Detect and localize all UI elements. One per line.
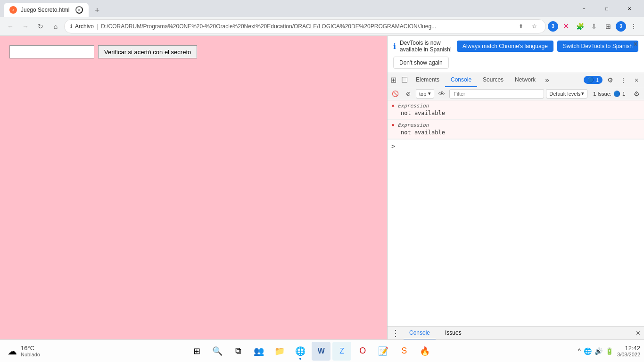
tab-close-button[interactable]: ×: [75, 6, 83, 14]
weather-desc: Nublado: [21, 352, 40, 357]
no-errors-button[interactable]: ⊘: [403, 88, 414, 99]
devtools-settings-button[interactable]: ⚙: [604, 74, 616, 86]
search-button[interactable]: 🔍: [208, 342, 227, 361]
issues-label: 1 Issue:: [593, 91, 611, 97]
sublime-button[interactable]: S: [395, 342, 413, 361]
weather-temp: 16°C: [21, 345, 40, 352]
main-area: Verificar si acertó con el secreto ℹ Dev…: [0, 36, 644, 339]
secret-input[interactable]: [9, 45, 94, 58]
explorer-button[interactable]: 📁: [270, 342, 289, 361]
ext-button-2[interactable]: 🧩: [573, 20, 586, 33]
share-button[interactable]: ⬆: [515, 21, 527, 32]
default-levels-button[interactable]: Default levels ▾: [546, 89, 587, 99]
issue-badge: 🔵 1: [584, 76, 603, 84]
bottom-tab-console[interactable]: Console: [404, 327, 436, 340]
devtools-notification: ℹ DevTools is now available in Spanish! …: [388, 36, 644, 73]
nav-extensions: 3 ✕ 🧩 ⇩ ⊞ 3 ⋮: [548, 20, 640, 33]
context-chevron-icon: ▾: [428, 90, 431, 97]
inspect-element-button[interactable]: ⊞: [388, 74, 399, 86]
tab-title: Juego Secreto.html: [21, 7, 72, 13]
opera-button[interactable]: O: [353, 342, 372, 361]
bottom-bar-menu-button[interactable]: ⋮: [391, 328, 400, 338]
zoom-button[interactable]: Z: [332, 342, 351, 361]
minimize-button[interactable]: −: [573, 0, 595, 17]
volume-icon[interactable]: 🔊: [594, 347, 603, 355]
page-content: Verificar si acertó con el secreto: [0, 36, 387, 339]
profile-icon: 3: [616, 21, 626, 32]
chrome-button[interactable]: 🌐: [291, 342, 310, 361]
chevron-up-icon[interactable]: ^: [578, 347, 581, 355]
close-button[interactable]: ✕: [619, 0, 640, 17]
notepad-button[interactable]: 📝: [374, 342, 393, 361]
address-bar[interactable]: ℹ Archivo | D:/CORADRUM/Programa%20ONE%2…: [64, 19, 546, 33]
devtools-toolbar: ⊞ ☐ Elements Console Sources Network » �: [388, 73, 644, 87]
window-controls: − □ ✕: [573, 0, 640, 17]
tab-sources[interactable]: Sources: [477, 73, 509, 87]
start-button[interactable]: ⊞: [187, 342, 206, 361]
bottom-bar-close-button[interactable]: ×: [636, 329, 640, 337]
address-scheme: Archivo: [75, 23, 94, 30]
clear-console-button[interactable]: 🚫: [389, 88, 401, 99]
tab-elements[interactable]: Elements: [410, 73, 445, 87]
dont-show-button[interactable]: Don't show again: [393, 57, 449, 69]
word-button[interactable]: W: [312, 342, 330, 361]
context-selector[interactable]: top ▾: [416, 89, 434, 99]
default-levels-chevron-icon: ▾: [581, 90, 584, 97]
more-tabs-button[interactable]: »: [541, 76, 553, 84]
device-toggle-button[interactable]: ☐: [399, 74, 410, 86]
notification-close-button[interactable]: ×: [631, 40, 640, 49]
taskbar-time[interactable]: 12:42 3/08/2022: [617, 345, 640, 357]
devtools-toolbar-right: 🔵 1 ⚙ ⋮ ×: [584, 74, 644, 86]
new-tab-button[interactable]: +: [91, 4, 104, 17]
eye-button[interactable]: 👁: [436, 88, 447, 99]
app-button[interactable]: 🔥: [415, 342, 434, 361]
expression-value-1: not available: [391, 109, 640, 117]
devtools-panel: ℹ DevTools is now available in Spanish! …: [387, 36, 644, 339]
bookmark-button[interactable]: ☆: [528, 21, 540, 32]
switch-devtools-button[interactable]: Switch DevTools to Spanish: [557, 41, 638, 52]
address-separator: |: [97, 23, 98, 30]
tab-favicon: J: [9, 6, 17, 14]
maximize-button[interactable]: □: [596, 0, 618, 17]
verify-button[interactable]: Verificar si acertó con el secreto: [98, 45, 197, 58]
back-button[interactable]: ←: [4, 20, 17, 33]
ext-icon-1: 3: [548, 21, 558, 32]
console-settings-button[interactable]: ⚙: [631, 88, 642, 99]
address-scheme-icon: ℹ: [70, 23, 72, 29]
taskbar-right: ^ 🌐 🔊 🔋 12:42 3/08/2022: [578, 345, 640, 357]
devtools-more-button[interactable]: ⋮: [618, 74, 629, 86]
notification-text: DevTools is now available in Spanish!: [400, 40, 453, 53]
forward-button[interactable]: →: [19, 20, 32, 33]
always-match-button[interactable]: Always match Chrome's language: [457, 41, 553, 52]
ext-button-4[interactable]: ⊞: [602, 20, 615, 33]
reload-button[interactable]: ↻: [34, 20, 47, 33]
weather-widget: ☁ 16°C Nublado: [4, 345, 44, 357]
console-prompt: >: [388, 139, 644, 153]
taskview-button[interactable]: ⧉: [229, 342, 248, 361]
browser-tab[interactable]: J Juego Secreto.html ×: [4, 3, 89, 17]
address-actions: ⬆ ☆: [515, 21, 540, 32]
battery-icon[interactable]: 🔋: [605, 347, 613, 355]
title-bar: J Juego Secreto.html × + − □ ✕: [0, 0, 644, 17]
bottom-tab-issues[interactable]: Issues: [439, 327, 467, 340]
taskbar-center: ⊞ 🔍 ⧉ 👥 📁 🌐 W Z O 📝 S 🔥: [44, 342, 578, 361]
menu-button[interactable]: ⋮: [627, 20, 640, 33]
expression-error-icon-2: ✕: [391, 122, 395, 128]
address-text: D:/CORADRUM/Programa%20ONE%20-%20Oracle%…: [101, 23, 512, 30]
ext-button-3[interactable]: ⇩: [587, 20, 601, 33]
tab-network[interactable]: Network: [509, 73, 541, 87]
issues-count: 1 Issue: 🔵 1: [589, 90, 629, 98]
console-expression-2: ✕ Expression not available: [388, 120, 644, 139]
network-icon[interactable]: 🌐: [584, 347, 592, 355]
home-button[interactable]: ⌂: [49, 20, 62, 33]
console-output: ✕ Expression not available ✕ Expression …: [388, 100, 644, 326]
devtools-close-button[interactable]: ×: [631, 74, 642, 86]
filter-input[interactable]: [449, 89, 544, 99]
nav-bar: ← → ↻ ⌂ ℹ Archivo | D:/CORADRUM/Programa…: [0, 17, 644, 36]
weather-icon: ☁: [8, 346, 17, 357]
tab-console[interactable]: Console: [445, 73, 477, 87]
teams-button[interactable]: 👥: [249, 342, 268, 361]
ext-button-1[interactable]: ✕: [559, 20, 572, 33]
console-expression-1: ✕ Expression not available: [388, 100, 644, 120]
context-label: top: [419, 91, 426, 97]
